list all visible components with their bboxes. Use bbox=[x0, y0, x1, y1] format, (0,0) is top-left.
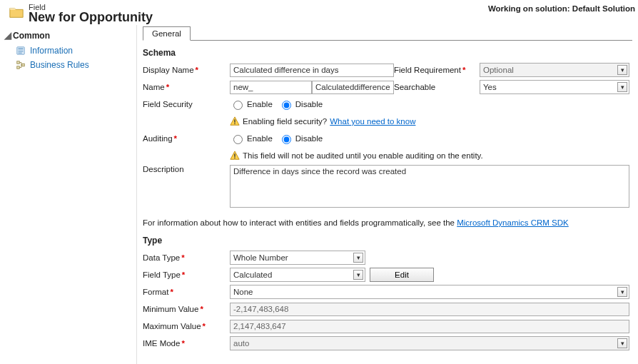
sidebar-item-information[interactable]: Information bbox=[3, 44, 136, 58]
main-content: General Schema Display Name* Field Requi… bbox=[137, 25, 638, 364]
display-name-label: Display Name bbox=[143, 66, 194, 74]
required-marker: * bbox=[196, 66, 198, 74]
section-schema-heading: Schema bbox=[143, 48, 632, 58]
sidebar: ◢ Common Information Business Rules bbox=[0, 25, 137, 364]
svg-rect-2 bbox=[19, 51, 24, 51]
required-marker: * bbox=[166, 83, 169, 91]
auditing-enable-radio[interactable]: Enable bbox=[230, 133, 273, 144]
ime-mode-label: IME Mode bbox=[143, 339, 180, 348]
auditing-label: Auditing bbox=[143, 134, 173, 143]
field-folder-icon bbox=[9, 4, 24, 20]
required-marker: * bbox=[462, 66, 465, 74]
data-type-value: Whole Number bbox=[233, 253, 288, 262]
max-value-label: Maximum Value bbox=[143, 322, 201, 330]
sidebar-item-business-rules[interactable]: Business Rules bbox=[3, 58, 136, 72]
chevron-down-icon: ▾ bbox=[617, 287, 627, 297]
chevron-down-icon: ▾ bbox=[353, 253, 363, 263]
warning-icon bbox=[230, 151, 240, 161]
searchable-label: Searchable bbox=[394, 83, 435, 91]
max-value-input[interactable] bbox=[230, 320, 629, 333]
svg-rect-10 bbox=[234, 158, 235, 158]
field-type-label: Field Type bbox=[143, 271, 181, 279]
field-type-select[interactable]: Calculated ▾ bbox=[230, 268, 365, 282]
field-type-value: Calculated bbox=[233, 271, 272, 279]
required-marker: * bbox=[181, 339, 184, 348]
svg-rect-3 bbox=[19, 53, 22, 54]
required-marker: * bbox=[203, 322, 206, 330]
name-prefix-input[interactable] bbox=[230, 81, 312, 94]
required-marker: * bbox=[200, 305, 203, 313]
display-name-input[interactable] bbox=[230, 64, 394, 77]
edit-button[interactable]: Edit bbox=[370, 268, 434, 282]
sidebar-item-label: Business Rules bbox=[30, 60, 89, 70]
format-label: Format bbox=[143, 288, 168, 296]
svg-rect-4 bbox=[17, 61, 20, 64]
chevron-down-icon: ▾ bbox=[353, 270, 363, 280]
header: Field New for Opportunity Working on sol… bbox=[0, 0, 638, 25]
page-title: New for Opportunity bbox=[29, 10, 153, 25]
sidebar-section-common[interactable]: ◢ Common bbox=[3, 29, 136, 44]
information-icon bbox=[16, 46, 26, 56]
collapse-icon: ◢ bbox=[4, 31, 11, 40]
business-rules-icon bbox=[16, 60, 26, 70]
searchable-select[interactable]: Yes ▾ bbox=[480, 80, 629, 94]
chevron-down-icon: ▾ bbox=[617, 82, 627, 92]
required-marker: * bbox=[181, 253, 184, 262]
svg-rect-6 bbox=[22, 64, 25, 66]
field-security-warn-text: Enabling field security? bbox=[243, 117, 327, 126]
required-marker: * bbox=[170, 288, 173, 296]
description-label: Description bbox=[143, 165, 184, 173]
format-value: None bbox=[233, 288, 253, 296]
description-textarea[interactable] bbox=[230, 165, 629, 208]
section-type-heading: Type bbox=[143, 236, 632, 246]
chevron-down-icon: ▾ bbox=[617, 338, 627, 348]
required-marker: * bbox=[182, 271, 185, 279]
field-requirement-select[interactable]: Optional ▾ bbox=[480, 63, 629, 77]
data-type-label: Data Type bbox=[143, 253, 180, 262]
field-security-warn-link[interactable]: What you need to know bbox=[330, 117, 415, 126]
auditing-warn-text: This field will not be audited until you… bbox=[243, 151, 483, 160]
sidebar-item-label: Information bbox=[30, 46, 73, 56]
required-marker: * bbox=[174, 134, 177, 143]
ime-mode-value: auto bbox=[233, 339, 249, 348]
format-select[interactable]: None ▾ bbox=[230, 285, 629, 299]
field-requirement-label: Field Requirement bbox=[394, 66, 461, 74]
sidebar-section-label: Common bbox=[13, 31, 50, 41]
field-security-enable-radio[interactable]: Enable bbox=[230, 98, 273, 110]
data-type-select[interactable]: Whole Number ▾ bbox=[230, 251, 365, 265]
svg-rect-1 bbox=[19, 49, 24, 50]
name-label: Name bbox=[143, 83, 165, 91]
searchable-value: Yes bbox=[483, 83, 497, 91]
svg-rect-8 bbox=[234, 123, 235, 124]
field-requirement-value: Optional bbox=[483, 66, 514, 74]
tabs: General bbox=[143, 25, 632, 41]
auditing-disable-radio[interactable]: Disable bbox=[278, 133, 323, 144]
min-value-input[interactable] bbox=[230, 303, 629, 316]
warning-icon bbox=[230, 116, 240, 126]
svg-rect-9 bbox=[234, 153, 235, 156]
tab-general[interactable]: General bbox=[143, 26, 191, 41]
name-input[interactable] bbox=[312, 81, 394, 94]
sdk-info-link[interactable]: Microsoft Dynamics CRM SDK bbox=[457, 218, 569, 227]
field-security-label: Field Security bbox=[143, 100, 193, 108]
solution-label: Working on solution: Default Solution bbox=[488, 4, 635, 13]
sdk-info-text: For information about how to interact wi… bbox=[143, 218, 457, 227]
svg-rect-5 bbox=[17, 66, 20, 69]
ime-mode-select[interactable]: auto ▾ bbox=[230, 336, 629, 350]
svg-rect-7 bbox=[234, 119, 235, 122]
chevron-down-icon: ▾ bbox=[617, 65, 627, 75]
field-security-disable-radio[interactable]: Disable bbox=[278, 98, 323, 110]
min-value-label: Minimum Value bbox=[143, 305, 198, 313]
